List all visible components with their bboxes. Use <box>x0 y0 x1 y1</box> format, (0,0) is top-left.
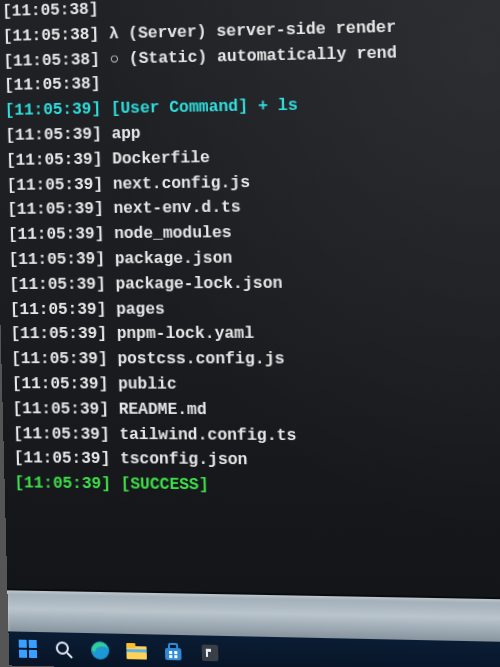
line-text: package.json <box>115 249 233 268</box>
timestamp: [11:05:39] <box>14 474 111 493</box>
svg-rect-9 <box>126 649 146 652</box>
terminal-line: [11:05:39] public <box>12 372 500 399</box>
svg-rect-15 <box>174 655 177 658</box>
line-text: [User Command] + ls <box>111 97 298 119</box>
line-text: app <box>111 125 141 144</box>
line-text: next.config.js <box>113 173 251 193</box>
svg-rect-0 <box>19 640 27 648</box>
timestamp: [11:05:39] <box>5 100 102 120</box>
terminal-line: [11:05:39] pages <box>10 295 500 322</box>
terminal-line: [11:05:39] README.md <box>12 397 500 425</box>
edge-icon[interactable] <box>89 639 112 662</box>
terminal-line: [11:05:39] postcss.config.js <box>11 347 500 373</box>
svg-rect-8 <box>126 643 135 648</box>
timestamp: [11:05:39] <box>9 275 106 294</box>
timestamp: [11:05:39] <box>13 425 110 444</box>
timestamp: [11:05:39] <box>6 150 103 169</box>
line-text: package-lock.json <box>115 274 283 293</box>
line-text: tsconfig.json <box>120 450 248 469</box>
monitor-scene: [11:05:38] [11:05:38] λ (Server) server-… <box>0 0 500 667</box>
line-text: node_modules <box>114 224 232 243</box>
line-text: pages <box>116 300 165 318</box>
svg-rect-2 <box>19 650 27 658</box>
line-text: [SUCCESS] <box>120 475 209 494</box>
timestamp: [11:05:39] <box>7 200 104 219</box>
app-icon[interactable] <box>198 641 221 664</box>
line-text: tailwind.config.ts <box>119 425 297 444</box>
line-text: postcss.config.js <box>117 350 285 368</box>
svg-line-5 <box>67 653 72 658</box>
svg-rect-11 <box>169 644 177 649</box>
timestamp: [11:05:39] <box>14 450 111 469</box>
timestamp: [11:05:39] <box>9 250 106 269</box>
timestamp: [11:05:39] <box>11 350 108 368</box>
file-explorer-icon[interactable] <box>125 640 148 663</box>
svg-rect-16 <box>202 645 219 662</box>
terminal-line: [11:05:39] package-lock.json <box>9 270 500 298</box>
svg-rect-14 <box>169 655 172 658</box>
line-text: ○ (Static) automatically rend <box>109 44 397 69</box>
terminal-line: [11:05:39] [SUCCESS] <box>14 471 500 502</box>
store-icon[interactable] <box>162 641 185 664</box>
terminal-output[interactable]: [11:05:38] [11:05:38] λ (Server) server-… <box>0 0 500 599</box>
svg-rect-12 <box>169 651 172 654</box>
timestamp: [11:05:39] <box>10 325 107 343</box>
line-text: λ (Server) server-side render <box>109 18 397 43</box>
line-text: next-env.d.ts <box>113 199 241 219</box>
timestamp: [11:05:39] <box>10 300 107 318</box>
start-icon[interactable] <box>17 638 40 661</box>
timestamp: [11:05:39] <box>12 375 109 393</box>
timestamp: [11:05:38] <box>2 0 99 21</box>
timestamp: [11:05:38] <box>4 75 101 95</box>
terminal-line: [11:05:39] package.json <box>8 244 500 273</box>
timestamp: [11:05:39] <box>8 225 105 244</box>
line-text: pnpm-lock.yaml <box>116 325 254 343</box>
line-text: README.md <box>118 400 207 419</box>
terminal-line: [11:05:39] node_modules <box>8 218 500 248</box>
terminal-line: [11:05:39] pnpm-lock.yaml <box>10 321 500 347</box>
svg-rect-1 <box>29 640 37 648</box>
timestamp: [11:05:38] <box>3 25 100 45</box>
timestamp: [11:05:39] <box>12 400 109 419</box>
timestamp: [11:05:39] <box>7 175 104 194</box>
timestamp: [11:05:39] <box>5 125 102 145</box>
line-text: public <box>118 375 177 393</box>
search-icon[interactable] <box>53 638 76 661</box>
timestamp: [11:05:38] <box>3 50 100 70</box>
svg-rect-3 <box>29 650 37 658</box>
svg-rect-13 <box>174 651 177 654</box>
svg-point-4 <box>57 642 68 653</box>
line-text: Dockerfile <box>112 149 210 169</box>
